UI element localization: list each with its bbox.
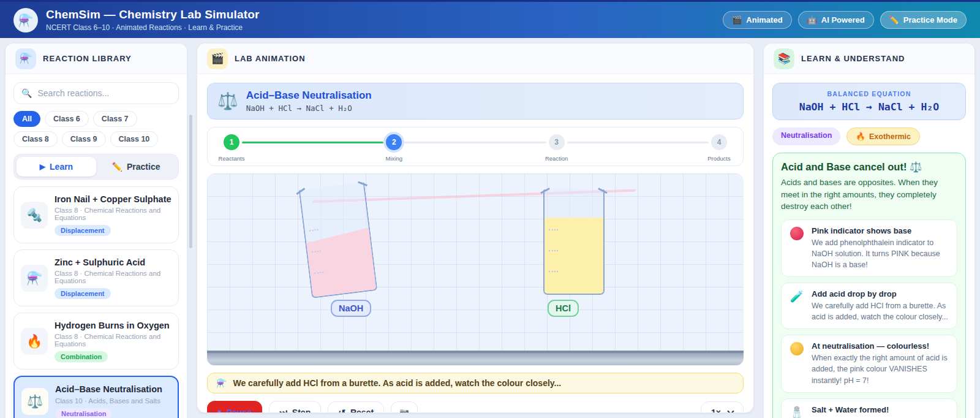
badge-ai-powered-label: AI Powered: [821, 15, 865, 25]
hcl-beaker: [543, 189, 605, 295]
lab-table: [207, 351, 744, 365]
snapshot-button[interactable]: 📷: [391, 401, 418, 413]
reaction-meta: Class 8 · Chemical Reactions and Equatio…: [55, 270, 172, 284]
reaction-meta: Class 8 · Chemical Reactions and Equatio…: [55, 333, 172, 348]
step-label: Mixing: [386, 155, 402, 162]
step-reactants[interactable]: 1 Reactants: [221, 134, 242, 162]
reaction-title: Hydrogen Burns in Oxygen: [55, 320, 172, 331]
sidebar-scrollbar[interactable]: [189, 115, 192, 248]
alembic-icon: ⚗️: [216, 378, 227, 388]
tag-exothermic-label: Exothermic: [869, 132, 911, 141]
lab-animation-panel: 🎬 LAB ANIMATION ⚖️ Acid–Base Neutralisat…: [197, 43, 754, 413]
robot-icon: 🤖: [807, 15, 817, 25]
tab-learn-label: Learn: [50, 162, 73, 172]
playback-controls: ⏸ Pause ⏭ Step ↺ Reset 📷 1×: [207, 401, 744, 413]
step-number: 3: [549, 134, 565, 150]
reaction-title: Acid–Base Neutralisation: [55, 384, 162, 395]
filter-chip-class8[interactable]: Class 8: [13, 131, 58, 147]
explain-step-title: Pink indicator shows base: [812, 226, 949, 235]
beaker-tick: [549, 271, 558, 272]
explanation-title: Acid and Base cancel out! ⚖️: [781, 161, 957, 173]
app-title-block: ChemSim — Chemistry Lab Simulator NCERT …: [46, 8, 260, 32]
camera-icon: 📷: [399, 408, 409, 413]
reaction-item-zinc-acid[interactable]: ⚗️ Zinc + Sulphuric Acid Class 8 · Chemi…: [13, 249, 179, 306]
learn-understand-title: LEARN & UNDERSTAND: [801, 54, 905, 63]
lab-animation-header: 🎬 LAB ANIMATION: [197, 44, 753, 74]
step-reaction[interactable]: 3 Reaction: [546, 134, 567, 162]
balanced-equation-text: NaOH + HCl → NaCl + H₂O: [779, 101, 959, 113]
filter-chip-class10[interactable]: Class 10: [110, 131, 159, 147]
step-mixing[interactable]: 2 Mixing: [383, 134, 404, 162]
yellow-circle-icon: [789, 341, 805, 386]
explain-step-desc: We add phenolphthalein indicator to NaOH…: [812, 237, 949, 270]
animation-stepper: 1 Reactants 2 Mixing 3 Reaction 4 Produc…: [207, 127, 744, 166]
red-circle-icon: [789, 226, 805, 270]
lab-animation-body: ⚖️ Acid–Base Neutralisation NaOH + HCl →…: [197, 74, 753, 413]
speed-select[interactable]: 1×: [701, 401, 744, 414]
hcl-label: HCl: [548, 300, 579, 317]
naoh-pink-liquid: [300, 182, 377, 297]
explain-step-title: At neutralisation — colourless!: [812, 341, 949, 351]
reaction-item-hydrogen-oxygen[interactable]: 🔥 Hydrogen Burns in Oxygen Class 8 · Che…: [13, 313, 179, 370]
badge-ai-powered[interactable]: 🤖 AI Powered: [798, 11, 874, 29]
reset-button[interactable]: ↺ Reset: [328, 401, 384, 414]
clapper-icon: 🎬: [207, 48, 228, 69]
explanation-card: Acid and Base cancel out! ⚖️ Acids and b…: [772, 153, 966, 418]
reset-label: Reset: [350, 408, 374, 414]
filter-chip-class9[interactable]: Class 9: [62, 131, 106, 147]
reaction-tags: Neutralisation 🔥 Exothermic: [772, 127, 966, 145]
scales-icon: ⚖️: [21, 388, 48, 415]
search-input[interactable]: [37, 88, 160, 98]
next-track-icon: ⏭: [279, 407, 287, 413]
salt-shaker-icon: 🧂: [789, 405, 805, 418]
reaction-banner: ⚖️ Acid–Base Neutralisation NaOH + HCl →…: [207, 83, 744, 120]
pause-button[interactable]: ⏸ Pause: [207, 401, 262, 413]
fire-icon: 🔥: [21, 328, 48, 355]
search-box[interactable]: 🔍: [13, 82, 179, 104]
search-icon: 🔍: [21, 88, 32, 98]
naoh-label: NaOH: [331, 300, 371, 317]
step-number: 1: [224, 134, 239, 150]
balanced-equation-card: BALANCED EQUATION NaOH + HCl → NaCl + H₂…: [772, 83, 966, 120]
class-filter-chips: All Class 6 Class 7 Class 8 Class 9 Clas…: [13, 111, 179, 147]
reaction-library-body: 🔍 All Class 6 Class 7 Class 8 Class 9 Cl…: [6, 74, 187, 418]
reaction-list: 🔩 Iron Nail + Copper Sulphate Class 8 · …: [13, 186, 179, 418]
pencil-icon: ✏️: [112, 162, 123, 172]
play-icon: ▶: [40, 162, 45, 171]
speed-value: 1×: [711, 408, 721, 414]
explanation-steps: Pink indicator shows base We add phenolp…: [781, 219, 957, 418]
flask-icon: ⚗️: [15, 48, 36, 69]
step-connector: [567, 142, 709, 143]
learn-understand-body: BALANCED EQUATION NaOH + HCl → NaCl + H₂…: [764, 74, 974, 418]
app-header: ⚗️ ChemSim — Chemistry Lab Simulator NCE…: [0, 0, 980, 38]
reaction-item-acid-base[interactable]: ⚖️ Acid–Base Neutralisation Class 10 · A…: [13, 376, 179, 418]
chevron-down-icon: [727, 408, 734, 413]
test-tube-icon: 🧪: [789, 289, 805, 322]
step-connector: [242, 142, 383, 143]
filter-chip-all[interactable]: All: [13, 111, 40, 127]
pencil-icon: ✏️: [889, 15, 899, 25]
filter-chip-class6[interactable]: Class 6: [45, 111, 89, 127]
reaction-item-iron-copper[interactable]: 🔩 Iron Nail + Copper Sulphate Class 8 · …: [13, 186, 179, 243]
step-label: Reactants: [219, 155, 245, 162]
pause-icon: ⏸: [217, 407, 222, 413]
step-products[interactable]: 4 Products: [709, 134, 729, 162]
badge-animated[interactable]: 🎬 Animated: [723, 11, 791, 29]
tag-neutralisation: Neutralisation: [772, 127, 840, 145]
step-label: Step: [292, 408, 311, 414]
beaker-tick: [549, 229, 558, 230]
step-button[interactable]: ⏭ Step: [269, 401, 321, 413]
fire-icon: 🔥: [856, 132, 865, 141]
step-number: 2: [386, 134, 402, 150]
beaker-tick: [549, 250, 558, 251]
reaction-meta: Class 10 · Acids, Bases and Salts: [55, 397, 162, 405]
learn-understand-panel: 📚 LEARN & UNDERSTAND BALANCED EQUATION N…: [763, 43, 975, 418]
step-connector: [404, 142, 546, 143]
tab-learn[interactable]: ▶ Learn: [17, 157, 96, 177]
explain-step-neutral-point: At neutralisation — colourless! When exa…: [781, 335, 957, 392]
lab-animation-title: LAB ANIMATION: [235, 54, 306, 63]
badge-practice-mode[interactable]: ✏️ Practice Mode: [880, 11, 967, 29]
tab-practice[interactable]: ✏️ Practice: [96, 157, 176, 177]
filter-chip-class7[interactable]: Class 7: [93, 111, 137, 127]
explain-step-title: Add acid drop by drop: [812, 289, 949, 298]
